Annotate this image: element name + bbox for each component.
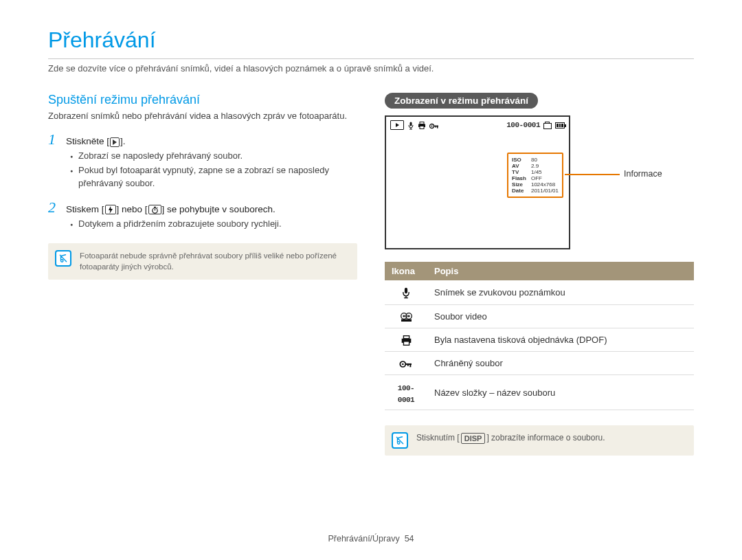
right-column: Zobrazení v režimu přehrávání bbox=[385, 93, 694, 456]
step-2-suffix: ] se pohybujte v souborech. bbox=[162, 204, 276, 214]
callout-line bbox=[565, 174, 620, 175]
section-subtext: Zobrazení snímků nebo přehrávání videa a… bbox=[48, 110, 357, 122]
lcd-file-number: 100-0001 bbox=[506, 121, 540, 129]
footer-page-number: 54 bbox=[405, 534, 414, 544]
icon-table: Ikona Popis Snímek se zvukovou poznámkou… bbox=[385, 262, 694, 410]
info-value: 80 bbox=[531, 157, 559, 163]
svg-rect-10 bbox=[405, 287, 407, 293]
file-icon: 100-0001 bbox=[385, 375, 427, 410]
timer-button-icon bbox=[148, 205, 161, 214]
callout-label: Informace bbox=[624, 169, 662, 179]
step-1-prefix: Stiskněte [ bbox=[66, 136, 109, 146]
info-box: ISO80AV2.9TV1/45FlashOFFSize1024x768Date… bbox=[507, 153, 563, 198]
table-desc: Chráněný soubor bbox=[427, 352, 694, 375]
step-2: 2 Stiskem [ ] nebo [ ] se pohybujte v so… bbox=[48, 200, 357, 231]
step-1-bullets: Zobrazí se naposledy přehrávaný soubor. … bbox=[48, 150, 357, 190]
table-header-desc: Popis bbox=[427, 262, 694, 280]
svg-rect-22 bbox=[409, 363, 411, 367]
left-column: Spuštění režimu přehrávání Zobrazení sní… bbox=[48, 93, 357, 456]
list-item: Zobrazí se naposledy přehrávaný soubor. bbox=[70, 150, 357, 163]
note-text: Fotoaparát nebude správně přehrávat soub… bbox=[80, 250, 349, 273]
video-icon bbox=[385, 304, 427, 328]
print-icon bbox=[385, 328, 427, 352]
note-block-disp: Stisknutím [DISP] zobrazíte informace o … bbox=[385, 425, 694, 456]
info-key: Date bbox=[512, 188, 526, 194]
table-row: Snímek se zvukovou poznámkou bbox=[385, 280, 694, 304]
footer-label: Přehrávání/Úpravy bbox=[328, 534, 399, 544]
step-2-bullets: Dotykem a přidržením zobrazujete soubory… bbox=[48, 218, 357, 231]
table-desc: Byla nastavena tisková objednávka (DPOF) bbox=[427, 328, 694, 352]
info-value: 2011/01/01 bbox=[531, 188, 559, 194]
info-key: TV bbox=[512, 169, 526, 175]
info-value: 1024x768 bbox=[531, 181, 559, 188]
step-1-text: Stiskněte []. bbox=[66, 136, 126, 146]
playback-button-icon bbox=[110, 137, 120, 147]
note-icon bbox=[392, 432, 408, 449]
disp-button-icon: DISP bbox=[461, 433, 486, 444]
note-icon bbox=[55, 250, 71, 267]
list-item: Pokud byl fotoaparát vypnutý, zapne se a… bbox=[70, 164, 357, 190]
folder-icon bbox=[543, 123, 552, 129]
svg-point-6 bbox=[431, 125, 433, 126]
svg-rect-23 bbox=[407, 363, 409, 366]
svg-point-14 bbox=[403, 315, 405, 317]
voice-memo-icon bbox=[407, 120, 414, 129]
info-value: 2.9 bbox=[531, 163, 559, 169]
svg-point-20 bbox=[402, 363, 404, 366]
table-row: Byla nastavena tisková objednávka (DPOF) bbox=[385, 328, 694, 352]
table-header-icon: Ikona bbox=[385, 262, 427, 280]
info-key: ISO bbox=[512, 157, 526, 163]
info-value: 1/45 bbox=[531, 169, 559, 175]
divider bbox=[48, 58, 694, 59]
note-prefix: Stisknutím [ bbox=[416, 433, 460, 443]
info-key: Size bbox=[512, 181, 526, 188]
svg-rect-1 bbox=[410, 122, 412, 126]
svg-point-0 bbox=[152, 208, 157, 212]
svg-rect-9 bbox=[436, 125, 436, 127]
playback-mode-icon bbox=[390, 120, 404, 130]
lcd-topbar: 100-0001 bbox=[386, 117, 569, 130]
step-2-text: Stiskem [ ] nebo [ ] se pohybujte v soub… bbox=[66, 204, 276, 214]
svg-rect-4 bbox=[420, 126, 424, 129]
list-item: Dotykem a přidržením zobrazujete soubory… bbox=[70, 218, 357, 231]
step-1-suffix: ]. bbox=[120, 136, 126, 146]
step-1: 1 Stiskněte []. Zobrazí se naposledy pře… bbox=[48, 132, 357, 190]
step-2-number: 2 bbox=[48, 200, 59, 215]
flash-button-icon bbox=[105, 205, 116, 214]
table-desc: Soubor video bbox=[427, 304, 694, 328]
table-desc: Snímek se zvukovou poznámkou bbox=[427, 280, 694, 304]
note-block: Fotoaparát nebude správně přehrávat soub… bbox=[48, 243, 357, 280]
svg-rect-18 bbox=[403, 341, 409, 345]
battery-icon bbox=[555, 122, 565, 128]
step-2-mid: ] nebo [ bbox=[117, 204, 148, 214]
svg-rect-16 bbox=[403, 336, 409, 339]
print-order-icon bbox=[418, 121, 426, 130]
page-footer: Přehrávání/Úpravy 54 bbox=[0, 534, 742, 544]
lcd-screen: 100-0001 ISO80AV2.9TV1/45FlashOFFSize102… bbox=[385, 115, 570, 249]
table-row: 100-0001Název složky – název souboru bbox=[385, 375, 694, 410]
key-icon bbox=[385, 352, 427, 375]
lcd-illustration: 100-0001 ISO80AV2.9TV1/45FlashOFFSize102… bbox=[385, 115, 694, 249]
step-1-number: 1 bbox=[48, 132, 59, 147]
info-key: Flash bbox=[512, 175, 526, 181]
table-row: Soubor video bbox=[385, 304, 694, 328]
intro-text: Zde se dozvíte více o přehrávání snímků,… bbox=[48, 63, 694, 74]
svg-rect-13 bbox=[401, 319, 412, 322]
note-text: Stisknutím [DISP] zobrazíte informace o … bbox=[416, 432, 605, 444]
view-mode-label: Zobrazení v režimu přehrávání bbox=[385, 93, 538, 109]
svg-point-15 bbox=[407, 315, 409, 317]
info-key: AV bbox=[512, 163, 526, 169]
svg-rect-2 bbox=[420, 122, 424, 124]
svg-rect-8 bbox=[437, 125, 438, 128]
table-desc: Název složky – název souboru bbox=[427, 375, 694, 410]
info-value: OFF bbox=[531, 175, 559, 181]
section-title: Spuštění režimu přehrávání bbox=[48, 93, 357, 107]
mic-icon bbox=[385, 280, 427, 304]
page-title: Přehrávání bbox=[48, 27, 694, 53]
step-2-prefix: Stiskem [ bbox=[66, 204, 104, 214]
protected-icon bbox=[429, 121, 439, 129]
note-suffix: ] zobrazíte informace o souboru. bbox=[486, 433, 605, 443]
table-row: Chráněný soubor bbox=[385, 352, 694, 375]
